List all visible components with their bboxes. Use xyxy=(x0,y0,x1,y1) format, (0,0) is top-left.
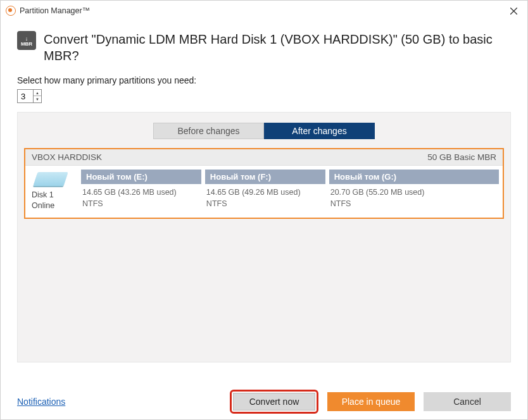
tab-after-changes[interactable]: After changes xyxy=(264,123,375,139)
preview-panel: Before changes After changes VBOX HARDDI… xyxy=(17,112,511,362)
app-window: Partition Manager™ ↓ MBR Convert "Dynami… xyxy=(0,0,528,420)
page-title: Convert "Dynamic LDM MBR Hard Disk 1 (VB… xyxy=(44,31,511,64)
cancel-button[interactable]: Cancel xyxy=(424,392,511,411)
disk-info-cell: Disk 1 Online xyxy=(29,170,77,211)
disk-header: VBOX HARDDISK 50 GB Basic MBR xyxy=(25,149,503,166)
convert-mbr-icon: ↓ MBR xyxy=(17,31,36,50)
partition-e[interactable]: Новый том (E:) 14.65 GB (43.26 MB used) … xyxy=(81,170,201,211)
partition-fs: NTFS xyxy=(206,198,324,209)
disk-label: Disk 1 xyxy=(32,190,75,201)
partition-fs: NTFS xyxy=(82,198,200,209)
disk-container: VBOX HARDDISK 50 GB Basic MBR Disk 1 Onl… xyxy=(24,148,504,219)
partition-fs: NTFS xyxy=(330,198,498,209)
stepper-down-icon[interactable]: ▼ xyxy=(34,96,41,102)
partition-title: Новый том (G:) xyxy=(329,170,499,184)
partition-row: Disk 1 Online Новый том (E:) 14.65 GB (4… xyxy=(25,166,503,218)
partition-g[interactable]: Новый том (G:) 20.70 GB (55.20 MB used) … xyxy=(329,170,499,211)
disk-icon xyxy=(33,172,68,186)
close-icon xyxy=(510,8,517,15)
partition-title: Новый том (F:) xyxy=(205,170,325,184)
convert-now-button[interactable]: Convert now xyxy=(233,393,315,411)
tab-before-changes[interactable]: Before changes xyxy=(153,123,264,139)
tabs: Before changes After changes xyxy=(24,123,504,139)
convert-now-highlight: Convert now xyxy=(230,390,318,414)
partition-count-label: Select how many primary partitions you n… xyxy=(17,75,511,85)
partition-size: 20.70 GB (55.20 MB used) xyxy=(330,187,498,198)
partition-count-stepper[interactable]: ▲ ▼ xyxy=(17,89,42,103)
notifications-link[interactable]: Notifications xyxy=(17,397,65,407)
partition-title: Новый том (E:) xyxy=(81,170,201,184)
mbr-icon-label: MBR xyxy=(21,42,32,47)
close-button[interactable] xyxy=(506,4,521,17)
page-header: ↓ MBR Convert "Dynamic LDM MBR Hard Disk… xyxy=(17,31,511,64)
place-in-queue-button[interactable]: Place in queue xyxy=(327,392,415,411)
disk-summary: 50 GB Basic MBR xyxy=(427,152,496,162)
app-icon xyxy=(6,6,16,16)
window-title: Partition Manager™ xyxy=(20,6,90,15)
titlebar: Partition Manager™ xyxy=(1,1,527,21)
disk-name: VBOX HARDDISK xyxy=(32,152,102,162)
partition-count-input[interactable] xyxy=(18,90,33,102)
content-area: ↓ MBR Convert "Dynamic LDM MBR Hard Disk… xyxy=(1,21,527,362)
partition-f[interactable]: Новый том (F:) 14.65 GB (49.26 MB used) … xyxy=(205,170,325,211)
partition-size: 14.65 GB (43.26 MB used) xyxy=(82,187,200,198)
disk-status: Online xyxy=(32,201,75,211)
footer: Notifications Convert now Place in queue… xyxy=(1,384,527,419)
partition-size: 14.65 GB (49.26 MB used) xyxy=(206,187,324,198)
stepper-up-icon[interactable]: ▲ xyxy=(34,90,41,96)
